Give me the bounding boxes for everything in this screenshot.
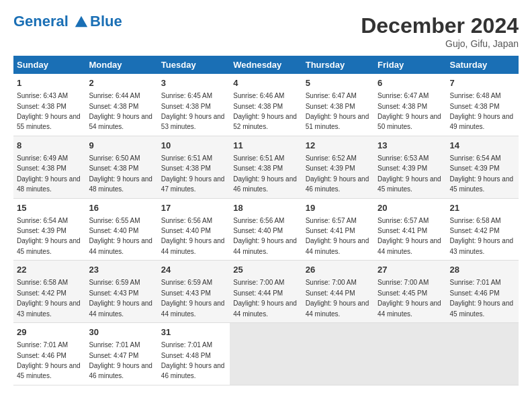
calendar-cell: 28Sunrise: 7:01 AMSunset: 4:46 PMDayligh… xyxy=(447,261,519,323)
day-number: 24 xyxy=(161,264,226,276)
calendar-cell: 7Sunrise: 6:48 AMSunset: 4:38 PMDaylight… xyxy=(447,74,519,136)
day-info: Sunrise: 6:51 AMSunset: 4:38 PMDaylight:… xyxy=(233,154,297,193)
calendar-cell: 20Sunrise: 6:57 AMSunset: 4:41 PMDayligh… xyxy=(374,198,446,261)
calendar-cell: 26Sunrise: 7:00 AMSunset: 4:44 PMDayligh… xyxy=(302,261,374,323)
day-number: 6 xyxy=(378,77,443,89)
day-info: Sunrise: 7:01 AMSunset: 4:48 PMDaylight:… xyxy=(161,341,225,379)
col-header-saturday: Saturday xyxy=(447,56,519,74)
day-number: 30 xyxy=(89,326,154,338)
day-number: 12 xyxy=(306,140,371,152)
day-number: 21 xyxy=(450,202,515,214)
day-number: 25 xyxy=(233,264,298,276)
day-info: Sunrise: 7:00 AMSunset: 4:45 PMDaylight:… xyxy=(378,279,441,317)
day-number: 9 xyxy=(89,140,154,152)
day-info: Sunrise: 6:59 AMSunset: 4:43 PMDaylight:… xyxy=(89,279,152,317)
calendar-cell: 31Sunrise: 7:01 AMSunset: 4:48 PMDayligh… xyxy=(158,323,230,385)
day-number: 23 xyxy=(89,264,154,276)
calendar-cell: 27Sunrise: 7:00 AMSunset: 4:45 PMDayligh… xyxy=(374,261,446,323)
calendar-cell: 11Sunrise: 6:51 AMSunset: 4:38 PMDayligh… xyxy=(230,136,302,198)
calendar-cell: 4Sunrise: 6:46 AMSunset: 4:38 PMDaylight… xyxy=(230,74,302,136)
day-info: Sunrise: 6:58 AMSunset: 4:42 PMDaylight:… xyxy=(17,279,81,317)
calendar-cell: 12Sunrise: 6:52 AMSunset: 4:39 PMDayligh… xyxy=(302,136,374,198)
calendar-cell: 1Sunrise: 6:43 AMSunset: 4:38 PMDaylight… xyxy=(13,74,85,136)
day-info: Sunrise: 6:58 AMSunset: 4:42 PMDaylight:… xyxy=(450,217,514,255)
day-number: 22 xyxy=(17,264,82,276)
calendar-cell xyxy=(302,323,374,385)
calendar-cell: 5Sunrise: 6:47 AMSunset: 4:38 PMDaylight… xyxy=(302,74,374,136)
page-header: General Blue December 2024 Gujo, Gifu, J… xyxy=(13,13,519,49)
logo: General Blue xyxy=(13,13,122,30)
day-number: 1 xyxy=(17,77,82,89)
day-info: Sunrise: 6:47 AMSunset: 4:38 PMDaylight:… xyxy=(378,92,441,130)
logo-icon xyxy=(74,15,89,30)
day-number: 14 xyxy=(450,140,515,152)
calendar-cell: 29Sunrise: 7:01 AMSunset: 4:46 PMDayligh… xyxy=(13,323,85,385)
day-info: Sunrise: 6:44 AMSunset: 4:38 PMDaylight:… xyxy=(89,92,152,130)
col-header-wednesday: Wednesday xyxy=(230,56,302,74)
calendar-cell: 10Sunrise: 6:51 AMSunset: 4:38 PMDayligh… xyxy=(158,136,230,198)
calendar-cell: 30Sunrise: 7:01 AMSunset: 4:47 PMDayligh… xyxy=(85,323,157,385)
main-title: December 2024 xyxy=(361,13,519,38)
calendar-cell xyxy=(447,323,519,385)
day-info: Sunrise: 6:52 AMSunset: 4:39 PMDaylight:… xyxy=(306,154,369,193)
day-info: Sunrise: 6:49 AMSunset: 4:38 PMDaylight:… xyxy=(17,154,81,193)
day-info: Sunrise: 6:50 AMSunset: 4:38 PMDaylight:… xyxy=(89,154,152,193)
day-info: Sunrise: 6:54 AMSunset: 4:39 PMDaylight:… xyxy=(17,217,81,255)
col-header-monday: Monday xyxy=(85,56,157,74)
day-number: 11 xyxy=(233,140,298,152)
day-info: Sunrise: 6:43 AMSunset: 4:38 PMDaylight:… xyxy=(17,92,81,130)
day-number: 2 xyxy=(89,77,154,89)
calendar-table: SundayMondayTuesdayWednesdayThursdayFrid… xyxy=(13,56,519,385)
day-number: 3 xyxy=(161,77,226,89)
day-info: Sunrise: 7:00 AMSunset: 4:44 PMDaylight:… xyxy=(233,279,297,317)
day-info: Sunrise: 6:59 AMSunset: 4:43 PMDaylight:… xyxy=(161,279,225,317)
col-header-tuesday: Tuesday xyxy=(158,56,230,74)
day-number: 13 xyxy=(378,140,443,152)
day-info: Sunrise: 6:57 AMSunset: 4:41 PMDaylight:… xyxy=(378,217,441,255)
calendar-week-row: 8Sunrise: 6:49 AMSunset: 4:38 PMDaylight… xyxy=(13,136,519,198)
col-header-thursday: Thursday xyxy=(302,56,374,74)
day-info: Sunrise: 6:51 AMSunset: 4:38 PMDaylight:… xyxy=(161,154,225,193)
calendar-cell: 16Sunrise: 6:55 AMSunset: 4:40 PMDayligh… xyxy=(85,198,157,261)
calendar-cell: 13Sunrise: 6:53 AMSunset: 4:39 PMDayligh… xyxy=(374,136,446,198)
day-number: 5 xyxy=(306,77,371,89)
calendar-cell: 6Sunrise: 6:47 AMSunset: 4:38 PMDaylight… xyxy=(374,74,446,136)
day-info: Sunrise: 6:46 AMSunset: 4:38 PMDaylight:… xyxy=(233,92,297,130)
day-number: 31 xyxy=(161,326,226,338)
day-number: 16 xyxy=(89,202,154,214)
calendar-cell: 19Sunrise: 6:57 AMSunset: 4:41 PMDayligh… xyxy=(302,198,374,261)
calendar-cell xyxy=(230,323,302,385)
calendar-cell: 18Sunrise: 6:56 AMSunset: 4:40 PMDayligh… xyxy=(230,198,302,261)
day-info: Sunrise: 7:01 AMSunset: 4:46 PMDaylight:… xyxy=(17,341,81,379)
calendar-cell: 21Sunrise: 6:58 AMSunset: 4:42 PMDayligh… xyxy=(447,198,519,261)
day-number: 29 xyxy=(17,326,82,338)
day-info: Sunrise: 6:56 AMSunset: 4:40 PMDaylight:… xyxy=(233,217,297,255)
day-number: 19 xyxy=(306,202,371,214)
day-info: Sunrise: 6:54 AMSunset: 4:39 PMDaylight:… xyxy=(450,154,514,193)
calendar-cell: 15Sunrise: 6:54 AMSunset: 4:39 PMDayligh… xyxy=(13,198,85,261)
calendar-cell: 25Sunrise: 7:00 AMSunset: 4:44 PMDayligh… xyxy=(230,261,302,323)
day-number: 27 xyxy=(378,264,443,276)
calendar-cell: 17Sunrise: 6:56 AMSunset: 4:40 PMDayligh… xyxy=(158,198,230,261)
calendar-cell: 3Sunrise: 6:45 AMSunset: 4:38 PMDaylight… xyxy=(158,74,230,136)
day-info: Sunrise: 6:57 AMSunset: 4:41 PMDaylight:… xyxy=(306,217,369,255)
day-info: Sunrise: 6:55 AMSunset: 4:40 PMDaylight:… xyxy=(89,217,152,255)
logo-text: General xyxy=(13,13,89,30)
calendar-cell: 23Sunrise: 6:59 AMSunset: 4:43 PMDayligh… xyxy=(85,261,157,323)
day-number: 4 xyxy=(233,77,298,89)
day-number: 18 xyxy=(233,202,298,214)
day-number: 10 xyxy=(161,140,226,152)
day-number: 17 xyxy=(161,202,226,214)
title-block: December 2024 Gujo, Gifu, Japan xyxy=(361,13,519,49)
calendar-cell: 8Sunrise: 6:49 AMSunset: 4:38 PMDaylight… xyxy=(13,136,85,198)
day-info: Sunrise: 6:45 AMSunset: 4:38 PMDaylight:… xyxy=(161,92,225,130)
day-info: Sunrise: 6:47 AMSunset: 4:38 PMDaylight:… xyxy=(306,92,369,130)
day-info: Sunrise: 7:01 AMSunset: 4:47 PMDaylight:… xyxy=(89,341,152,379)
day-number: 15 xyxy=(17,202,82,214)
calendar-week-row: 1Sunrise: 6:43 AMSunset: 4:38 PMDaylight… xyxy=(13,74,519,136)
day-number: 28 xyxy=(450,264,515,276)
calendar-cell xyxy=(374,323,446,385)
day-number: 7 xyxy=(450,77,515,89)
logo-blue: Blue xyxy=(90,13,122,30)
calendar-cell: 14Sunrise: 6:54 AMSunset: 4:39 PMDayligh… xyxy=(447,136,519,198)
